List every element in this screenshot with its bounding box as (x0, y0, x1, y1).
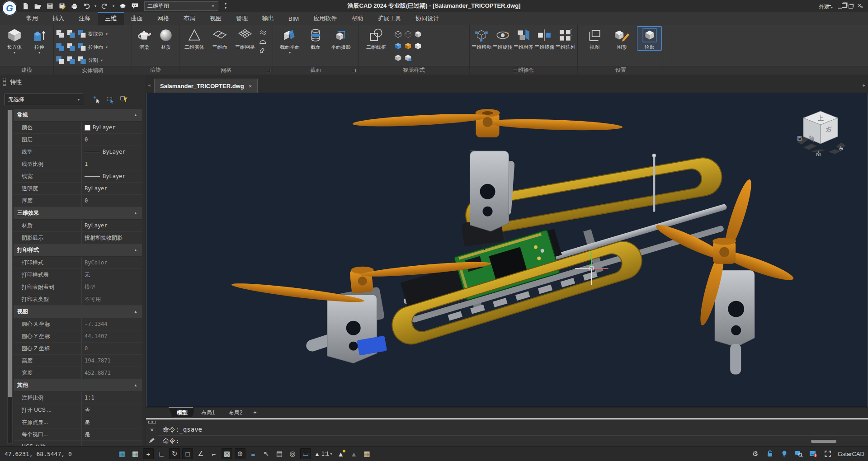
quick-select-button[interactable] (118, 94, 129, 105)
save-button[interactable] (44, 1, 55, 11)
qat-customize-chevron-icon[interactable]: ▾▾ (223, 2, 228, 10)
prop-annotation-scale[interactable]: 注释比例 1:1 (14, 392, 142, 404)
3d-rotate-button[interactable]: 三维旋转 (492, 26, 512, 51)
command-grip[interactable] (148, 421, 156, 423)
restore-button[interactable] (837, 1, 851, 10)
union-icon[interactable] (56, 29, 65, 38)
app-logo[interactable]: G (2, 0, 17, 16)
tab-scroll-right-icon[interactable]: ▸ (863, 82, 865, 88)
layers-toggle[interactable]: ▤ (274, 448, 285, 459)
preview-search-icon[interactable] (794, 449, 803, 458)
quick-properties-toggle[interactable]: ▦ (362, 448, 373, 459)
ortho-toggle[interactable]: ∟ (156, 448, 167, 459)
tab-scroll-left-icon[interactable]: ◂ (148, 82, 151, 88)
separate-small-icon[interactable] (77, 56, 86, 65)
prop-plot-table-attached[interactable]: 打印表附着到 模型 (14, 281, 142, 293)
annotation-visibility-toggle[interactable]: ▲ (335, 448, 346, 459)
chevron-down-icon[interactable]: ▾ (14, 51, 15, 55)
prop-material[interactable]: 材质 ByLayer (14, 220, 142, 232)
redo-dropdown-chevron-icon[interactable]: ▾ (111, 4, 116, 8)
prop-plot-style[interactable]: 打印样式 ByColor (14, 257, 142, 269)
annotation-scale-control[interactable]: ▲ 1:1 ▾ (314, 451, 332, 457)
section-general[interactable]: 常规 ▲ (14, 109, 142, 122)
menu-tab-express-tools[interactable]: 扩展工具 (370, 12, 408, 25)
prop-center-z[interactable]: 圆心 Z 坐标 0 (14, 343, 142, 355)
section-view[interactable]: 视图 ▲ (14, 306, 142, 318)
palette-scrollbar-thumb[interactable] (8, 110, 12, 397)
section-misc[interactable]: 其他 ▲ (14, 379, 142, 392)
prop-plot-table-type[interactable]: 打印表类型 不可用 (14, 293, 142, 306)
sketchy-style-icon[interactable] (394, 54, 402, 61)
chevron-down-icon[interactable]: ▾ (289, 51, 291, 55)
graphics-button[interactable]: 图形 (610, 26, 635, 51)
selection-dropdown[interactable]: 无选择 ▾ (5, 94, 83, 105)
prop-linetype-scale[interactable]: 线型比例 1 (14, 158, 142, 170)
realistic-style-icon[interactable] (404, 54, 412, 61)
snap-toggle[interactable]: ▦ (117, 448, 127, 459)
prop-view-height[interactable]: 高度 194.7871 (14, 355, 142, 367)
extrude-face-small-icon[interactable] (77, 42, 86, 52)
menu-tab-insert[interactable]: 插入 (45, 12, 71, 25)
chevron-down-icon[interactable]: ▾ (38, 51, 40, 55)
menu-tab-view[interactable]: 视图 (203, 12, 229, 25)
undo-button[interactable] (81, 1, 92, 11)
save-as-button[interactable] (57, 1, 67, 11)
viewport-toggle[interactable]: ▭ (300, 448, 311, 459)
command-close-icon[interactable]: × (146, 426, 158, 433)
undo-dropdown-chevron-icon[interactable]: ▾ (93, 4, 98, 8)
chevron-down-icon[interactable]: ▾ (106, 32, 108, 36)
dynamic-input-toggle[interactable]: + (143, 448, 154, 459)
shaded-gray-style-icon[interactable] (414, 30, 422, 38)
prop-lineweight[interactable]: 线宽 ByLayer (14, 170, 142, 183)
ruled-surface-icon[interactable] (259, 29, 267, 37)
auto-annotation-toggle[interactable]: ▲ (349, 448, 359, 459)
workspace-selector[interactable]: 二维草图 ▾ (144, 1, 218, 11)
chevron-down-icon[interactable]: ▾ (101, 58, 103, 62)
prop-ucs-per-viewport[interactable]: 每个视口... 是 (14, 428, 142, 441)
prop-layer[interactable]: 图层 0 (14, 134, 142, 146)
menu-tab-home[interactable]: 常用 (19, 12, 45, 25)
prop-shadow-display[interactable]: 阴影显示 投射和接收阴影 (14, 232, 142, 244)
extrude-faces-button[interactable]: 拉伸面 (88, 44, 103, 51)
shaded-white-style-icon[interactable] (414, 42, 422, 50)
menu-tab-apps[interactable]: 应用软件 (306, 12, 344, 25)
3d-mirror-button[interactable]: 三维镜像 (534, 26, 554, 51)
menu-tab-help[interactable]: 帮助 (344, 12, 370, 25)
palette-grip[interactable] (3, 78, 6, 86)
box-button[interactable]: 长方体 ▾ (2, 26, 27, 55)
prop-thickness[interactable]: 厚度 0 (14, 195, 142, 207)
prop-center-x[interactable]: 圆心 X 坐标 -7.1344 (14, 318, 142, 330)
prop-ucs-icon-on[interactable]: 打开 UCS ... 否 (14, 404, 142, 416)
document-tab[interactable]: Salamander_TRICOPTER.dwg × (154, 79, 258, 93)
extract-edges-button[interactable]: 提取边 (88, 31, 103, 38)
center-snap-toggle[interactable]: ⊕ (235, 448, 245, 459)
fullscreen-icon[interactable] (823, 449, 832, 458)
close-button[interactable]: × (853, 1, 866, 10)
separate-button[interactable]: 分割 (88, 57, 98, 64)
menu-tab-layout[interactable]: 布局 (176, 12, 203, 25)
select-objects-button[interactable] (105, 94, 116, 105)
outline-button[interactable]: 轮廓 (637, 26, 662, 51)
snap-tracking-toggle[interactable]: ⌐ (208, 448, 219, 459)
collapse-arrow-icon[interactable]: ▲ (134, 211, 137, 215)
zoom-monitor-toggle[interactable]: ◎ (287, 448, 298, 459)
tab-layout2[interactable]: 布局2 (221, 407, 251, 418)
dialog-launcher-icon[interactable] (352, 69, 356, 72)
3d-align-button[interactable]: 三维对齐 (514, 26, 533, 51)
layers-icon[interactable] (117, 1, 128, 11)
open-file-button[interactable] (32, 1, 43, 11)
prop-ucs-at-origin[interactable]: 在原点显... 是 (14, 416, 142, 428)
command-edit-pencil-icon[interactable] (148, 437, 155, 444)
collapse-arrow-icon[interactable]: ▲ (134, 248, 137, 252)
shell-icon[interactable] (56, 56, 65, 65)
tab-new-layout[interactable]: + (248, 407, 262, 418)
polar-tracking-toggle[interactable]: ↻ (169, 448, 180, 459)
3d-move-button[interactable]: 三维移动 (472, 26, 491, 51)
2d-solid-button[interactable]: 二维实体 (181, 26, 208, 51)
wireframe-style-icon[interactable] (394, 30, 402, 38)
collapse-arrow-icon[interactable]: ▲ (134, 383, 137, 387)
tab-model[interactable]: 模型 (169, 407, 196, 418)
menu-tab-mesh[interactable]: 网格 (150, 12, 176, 25)
section-3d-effects[interactable]: 三维效果 ▲ (14, 207, 142, 220)
palette-header[interactable]: 特性 (0, 75, 146, 90)
